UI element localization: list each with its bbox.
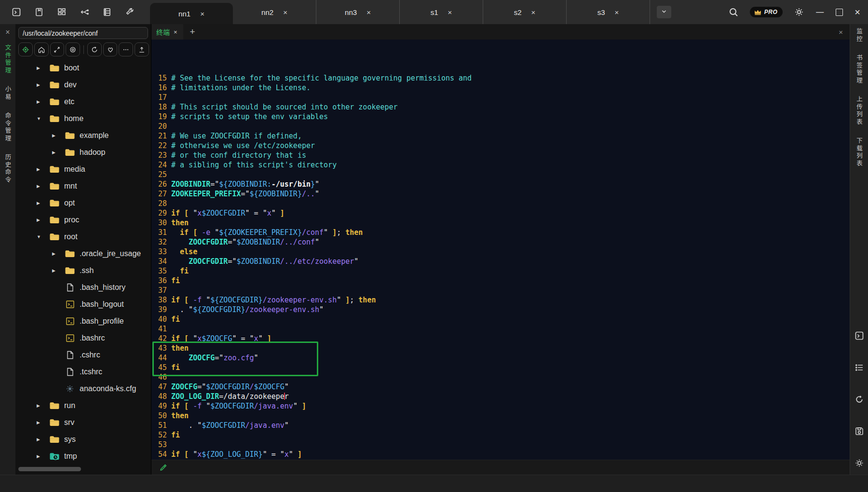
tree-item-run[interactable]: ▶run (15, 397, 151, 414)
terminal-pane-close-icon[interactable]: × (839, 28, 850, 36)
tab-close-icon[interactable]: × (366, 9, 371, 16)
gear-icon[interactable] (854, 458, 864, 468)
tree-item-home[interactable]: ▼home (15, 110, 151, 127)
tree-item-.bashrc[interactable]: .bashrc (15, 329, 151, 346)
right-rail-item-1[interactable]: 书签管理 (854, 55, 864, 84)
code-token: ; (337, 228, 345, 237)
locate-button[interactable] (18, 42, 33, 56)
fit-button[interactable] (50, 42, 65, 56)
tree-right-arrow-icon[interactable]: ▶ (37, 66, 49, 70)
tree-right-arrow-icon[interactable]: ▶ (37, 167, 49, 172)
tree-item-tmp[interactable]: ▶tmp (15, 448, 151, 465)
tab-overflow-button[interactable] (657, 6, 671, 18)
tree-down-arrow-icon[interactable]: ▼ (37, 234, 49, 239)
session-tab-s3[interactable]: s3× (567, 0, 650, 24)
tab-close-icon[interactable]: × (615, 9, 619, 16)
session-tab-nn2[interactable]: nn2× (233, 0, 316, 24)
tree-right-arrow-icon[interactable]: ▶ (37, 184, 49, 189)
settings-gear-icon[interactable] (794, 7, 804, 17)
terminal-tab[interactable]: 终端 × (151, 24, 183, 40)
tree-down-arrow-icon[interactable]: ▼ (37, 116, 49, 121)
new-terminal-button[interactable]: + (190, 27, 195, 37)
upload-button[interactable] (135, 42, 149, 56)
tree-item-opt[interactable]: ▶opt (15, 194, 151, 211)
tree-item-boot[interactable]: ▶boot (15, 59, 151, 76)
more-button[interactable] (119, 42, 133, 56)
tree-item-root[interactable]: ▼root (15, 228, 151, 245)
heart-button[interactable] (103, 42, 118, 56)
tab-close-icon[interactable]: × (283, 9, 287, 16)
session-tab-nn1[interactable]: nn1× (150, 3, 233, 24)
left-rail-item-2[interactable]: 命令管理 (3, 112, 13, 142)
code-token: else (180, 247, 197, 256)
horizontal-scrollbar[interactable] (15, 466, 151, 473)
tree-item-example[interactable]: ▶example (15, 127, 151, 144)
session-tab-s1[interactable]: s1× (400, 0, 483, 24)
tab-close-icon[interactable]: × (200, 10, 204, 17)
terminal-window-icon[interactable] (854, 331, 864, 341)
tree-item-.ssh[interactable]: ▶.ssh (15, 262, 151, 279)
tree-item-anaconda-ks.cfg[interactable]: anaconda-ks.cfg (15, 380, 151, 397)
code-token: " (315, 180, 319, 189)
right-rail-item-3[interactable]: 下载列表 (854, 137, 864, 167)
left-rail-item-1[interactable]: 小易 (3, 86, 13, 101)
vim-editor[interactable]: 15# See the License for the specific lan… (151, 40, 850, 460)
tree-item-srv[interactable]: ▶srv (15, 414, 151, 431)
layout-grid-icon[interactable] (57, 7, 67, 17)
close-button[interactable]: × (854, 7, 860, 17)
tree-right-arrow-icon[interactable]: ▶ (37, 437, 49, 442)
tree-item-hadoop[interactable]: ▶hadoop (15, 144, 151, 161)
refresh-button[interactable] (87, 42, 102, 56)
refresh-icon[interactable] (854, 395, 864, 404)
tab-close-icon[interactable]: × (448, 9, 452, 16)
scrollbar-thumb[interactable] (18, 467, 81, 471)
list-icon[interactable] (854, 363, 864, 372)
tree-item-.tcshrc[interactable]: .tcshrc (15, 363, 151, 380)
tree-item-.bash_history[interactable]: .bash_history (15, 279, 151, 296)
tree-item-.cshrc[interactable]: .cshrc (15, 346, 151, 363)
tree-right-arrow-icon[interactable]: ▶ (37, 201, 49, 205)
server-list-icon[interactable] (102, 7, 112, 17)
connection-tree-icon[interactable] (80, 7, 89, 17)
tab-close-icon[interactable]: × (531, 9, 536, 16)
tree-item-media[interactable]: ▶media (15, 161, 151, 178)
session-tab-s2[interactable]: s2× (483, 0, 567, 24)
tree-right-arrow-icon[interactable]: ▶ (37, 82, 49, 87)
right-rail-item-2[interactable]: 上传列表 (854, 96, 864, 126)
right-rail-item-0[interactable]: 监控 (854, 28, 864, 43)
tree-item-sys[interactable]: ▶sys (15, 431, 151, 448)
tree-item-dev[interactable]: ▶dev (15, 76, 151, 93)
tree-item-.oracle_jre_usage[interactable]: ▶.oracle_jre_usage (15, 245, 151, 262)
tree-right-arrow-icon[interactable]: ▶ (37, 454, 49, 459)
pro-badge[interactable]: PRO (750, 7, 783, 17)
tree-right-arrow-icon[interactable]: ▶ (52, 268, 65, 273)
tree-item-mnt[interactable]: ▶mnt (15, 178, 151, 194)
tree-right-arrow-icon[interactable]: ▶ (52, 133, 65, 138)
tree-right-arrow-icon[interactable]: ▶ (37, 99, 49, 104)
highlighter-pen-icon[interactable] (159, 463, 168, 472)
tree-right-arrow-icon[interactable]: ▶ (37, 420, 49, 425)
terminal-window-icon[interactable] (12, 7, 21, 17)
bookmark-file-icon[interactable] (34, 7, 44, 17)
tree-right-arrow-icon[interactable]: ▶ (37, 403, 49, 408)
search-icon[interactable] (729, 7, 738, 17)
wrench-icon[interactable] (125, 7, 135, 17)
tree-item-.bash_profile[interactable]: .bash_profile (15, 313, 151, 329)
tree-right-arrow-icon[interactable]: ▶ (37, 218, 49, 222)
maximize-button[interactable] (836, 9, 843, 16)
path-input[interactable] (18, 27, 148, 39)
session-tab-nn3[interactable]: nn3× (316, 0, 400, 24)
save-icon[interactable] (854, 426, 864, 436)
left-rail-item-0[interactable]: 文件管理 (3, 44, 13, 74)
left-rail-item-3[interactable]: 历史命令 (3, 154, 13, 184)
home-button[interactable] (34, 42, 49, 56)
tree-right-arrow-icon[interactable]: ▶ (52, 251, 65, 256)
tree-item-proc[interactable]: ▶proc (15, 211, 151, 228)
tree-item-etc[interactable]: ▶etc (15, 93, 151, 110)
panel-close-icon[interactable]: × (5, 28, 10, 39)
eye-button[interactable] (66, 42, 80, 56)
terminal-tab-close-icon[interactable]: × (174, 28, 177, 36)
tree-item-.bash_logout[interactable]: .bash_logout (15, 296, 151, 313)
tree-right-arrow-icon[interactable]: ▶ (52, 150, 65, 155)
minimize-button[interactable]: — (815, 8, 824, 16)
